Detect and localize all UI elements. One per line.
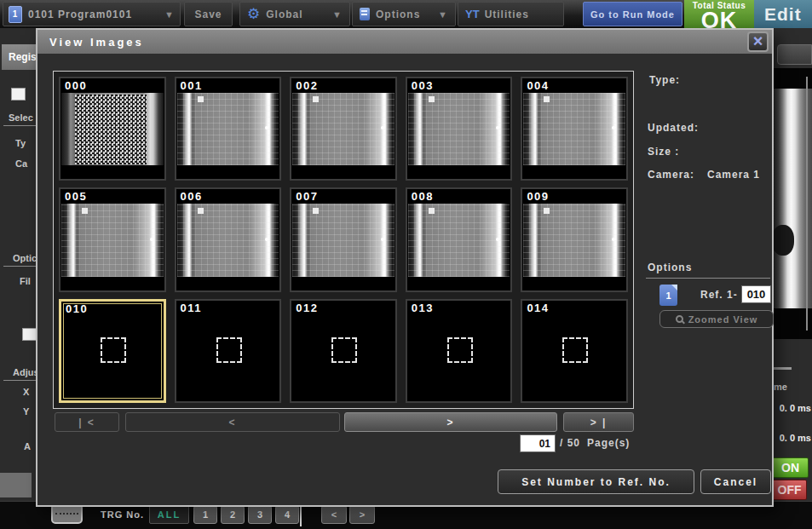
thumbnail-010[interactable]: 010 xyxy=(59,299,166,403)
global-label: Global xyxy=(266,9,302,20)
thumbnail-image xyxy=(177,204,279,276)
thumbnail-007[interactable]: 007 xyxy=(290,187,397,291)
background-label-x: X xyxy=(23,387,29,397)
document-icon xyxy=(360,8,370,20)
thumbnail-004[interactable]: 004 xyxy=(521,77,628,181)
thumbnail-002[interactable]: 002 xyxy=(290,77,397,181)
ref-number-input[interactable] xyxy=(741,285,771,303)
close-icon[interactable]: × xyxy=(747,32,769,52)
trg-button-2[interactable]: 2 xyxy=(221,505,245,524)
thumbnail-003[interactable]: 003 xyxy=(406,77,513,181)
camera-label: Camera: xyxy=(648,169,694,181)
first-page-button[interactable]: | < xyxy=(55,412,119,432)
background-label-y: Y xyxy=(23,406,29,417)
background-label-a: A xyxy=(24,441,31,451)
on-label: ON xyxy=(781,461,799,474)
trg-button-4[interactable]: 4 xyxy=(275,505,299,524)
camera-image-edge xyxy=(806,77,808,331)
gear-icon: ⚙ xyxy=(247,5,261,23)
thumbnail-005[interactable]: 005 xyxy=(59,187,166,291)
background-dropdown-remnant xyxy=(777,44,812,65)
thumbnail-image xyxy=(61,204,164,276)
thumbnail-011[interactable]: 011 xyxy=(175,299,282,403)
background-label-optic: Optic xyxy=(13,253,37,263)
trg-all-button[interactable]: ALL xyxy=(149,505,189,524)
thumbnail-number: 014 xyxy=(527,302,549,314)
thumbnail-image xyxy=(292,204,394,276)
thumbnail-001[interactable]: 001 xyxy=(175,77,282,181)
thumbnail-number: 012 xyxy=(296,302,318,314)
dialog-title-bar[interactable]: View Images xyxy=(37,30,772,54)
next-page-button[interactable]: > xyxy=(344,412,557,432)
type-label: Type: xyxy=(649,74,680,86)
roi-dashed-box xyxy=(331,337,357,363)
prev-button[interactable]: < xyxy=(321,505,347,524)
roi-dashed-box xyxy=(216,337,242,363)
divider xyxy=(3,380,37,381)
thumbnail-number: 013 xyxy=(412,302,434,314)
background-right-panel: me 0. 0 ms 0. 0 ms ON OFF xyxy=(769,28,812,503)
thumbnail-number: 006 xyxy=(181,190,203,203)
thumbnail-number: 005 xyxy=(65,190,87,203)
edit-mode-tab[interactable]: Edit xyxy=(754,0,812,28)
utilities-label: Utilities xyxy=(485,9,529,20)
thumbnail-014[interactable]: 014 xyxy=(521,299,628,403)
trg-button-1[interactable]: 1 xyxy=(193,505,217,524)
thumbnail-number: 003 xyxy=(412,79,434,92)
time-label-partial: me xyxy=(774,382,787,392)
total-status-value: OK xyxy=(684,10,754,28)
vision-system-screen: 1 0101 Program0101 ▼ Save ⚙ Global ▼ Opt… xyxy=(0,0,812,529)
thumbnail-000[interactable]: 000 xyxy=(59,77,166,181)
prev-page-button[interactable]: < xyxy=(125,412,340,432)
divider xyxy=(300,504,302,526)
thumbnail-image xyxy=(177,93,279,165)
background-label-ca: Ca xyxy=(15,158,27,169)
trg-all-label: ALL xyxy=(158,509,181,520)
thumbnail-image xyxy=(61,93,164,165)
utilities-menu[interactable]: YT Utilities xyxy=(458,2,564,26)
options-menu[interactable]: Options ▼ xyxy=(352,2,456,26)
divider xyxy=(3,125,37,126)
ref-image-icon: 1 xyxy=(659,285,677,306)
thumbnail-008[interactable]: 008 xyxy=(406,187,513,291)
top-toolbar: 1 0101 Program0101 ▼ Save ⚙ Global ▼ Opt… xyxy=(0,0,812,28)
run-mode-label: Go to Run Mode xyxy=(590,9,675,20)
off-button[interactable]: OFF xyxy=(772,480,807,500)
program-doc-icon: 1 xyxy=(9,6,22,23)
background-label-fil: Fil xyxy=(20,276,31,286)
go-to-run-mode-button[interactable]: Go to Run Mode xyxy=(583,2,682,26)
program-selector[interactable]: 1 0101 Program0101 ▼ xyxy=(3,2,181,26)
trg-button-3[interactable]: 3 xyxy=(248,505,272,524)
background-gray-block xyxy=(0,473,32,497)
on-button[interactable]: ON xyxy=(772,457,809,478)
thumbnail-number: 010 xyxy=(66,302,88,315)
roi-dashed-box xyxy=(101,337,126,363)
page-number-input[interactable] xyxy=(520,434,556,452)
checkbox[interactable] xyxy=(22,328,37,341)
cancel-button[interactable]: Cancel xyxy=(700,469,771,494)
thumbnail-number: 001 xyxy=(181,79,203,92)
camera-image-knob xyxy=(774,225,794,256)
thumbnail-grid: 0000010020030040050060070080090100110120… xyxy=(53,71,634,409)
thumbnail-number: 008 xyxy=(412,190,434,203)
save-button[interactable]: Save xyxy=(184,2,233,26)
thumbnail-image xyxy=(408,204,510,276)
thumbnail-009[interactable]: 009 xyxy=(521,187,628,291)
thumbnail-image xyxy=(292,93,394,165)
wrench-icon: YT xyxy=(465,8,480,20)
thumbnail-number: 000 xyxy=(65,79,87,92)
camera-live-image xyxy=(774,68,812,339)
options-header: Options xyxy=(648,262,692,273)
thumbnail-012[interactable]: 012 xyxy=(290,299,397,403)
page-label: Page(s) xyxy=(587,437,630,449)
checkbox[interactable] xyxy=(11,88,26,101)
next-button[interactable]: > xyxy=(349,505,375,524)
zoomed-view-button[interactable]: Zoomed View xyxy=(659,310,774,328)
thumbnail-number: 004 xyxy=(527,79,549,92)
global-menu[interactable]: ⚙ Global ▼ xyxy=(239,2,350,26)
thumbnail-006[interactable]: 006 xyxy=(175,187,282,291)
last-page-button[interactable]: > | xyxy=(563,412,634,432)
save-label: Save xyxy=(194,9,222,20)
thumbnail-013[interactable]: 013 xyxy=(406,299,513,403)
set-number-to-ref-button[interactable]: Set Number to Ref. No. xyxy=(498,469,694,494)
